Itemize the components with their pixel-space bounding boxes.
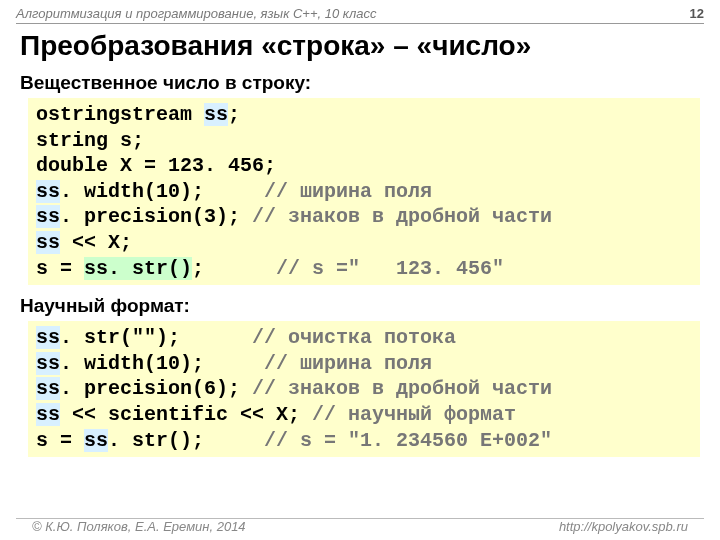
code-block-1: ostringstream ss; string s; double X = 1… (28, 98, 700, 285)
copyright: © К.Ю. Поляков, Е.А. Еремин, 2014 (32, 519, 246, 534)
slide-title: Преобразования «строка» – «число» (0, 28, 720, 70)
section1-heading: Вещественное число в строку: (0, 70, 720, 98)
course-label: Алгоритмизация и программирование, язык … (16, 6, 376, 21)
code-block-2: ss. str(""); // очистка потока ss. width… (28, 321, 700, 457)
slide-header: Алгоритмизация и программирование, язык … (0, 0, 720, 23)
page-number: 12 (690, 6, 704, 21)
footer-url: http://kpolyakov.spb.ru (559, 519, 688, 534)
slide-footer: © К.Ю. Поляков, Е.А. Еремин, 2014 http:/… (16, 518, 704, 534)
section2-heading: Научный формат: (0, 293, 720, 321)
header-divider (16, 23, 704, 24)
